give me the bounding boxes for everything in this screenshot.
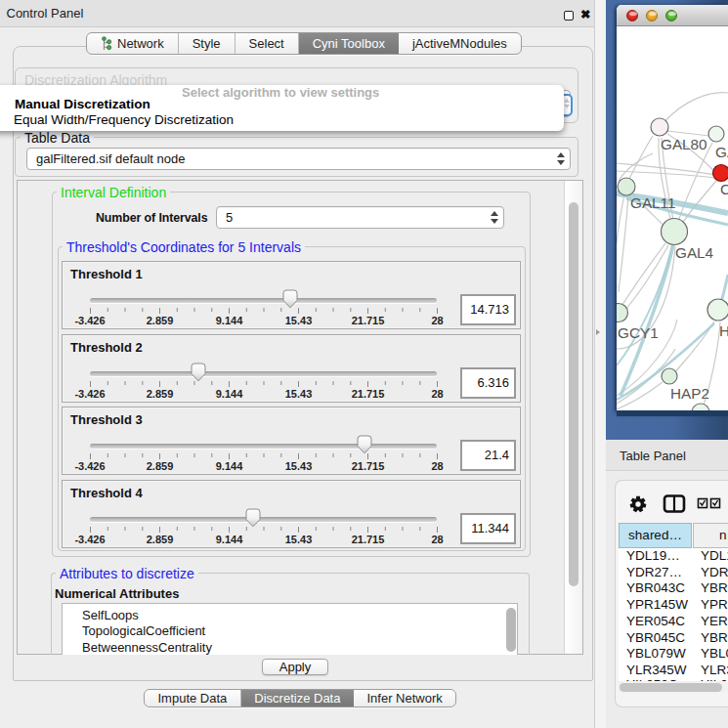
svg-text:HAP2: HAP2 xyxy=(670,385,709,402)
svg-text:GCY1: GCY1 xyxy=(618,324,659,341)
svg-text:GAL11: GAL11 xyxy=(630,194,676,211)
svg-text:H: H xyxy=(719,322,728,339)
svg-text:GAL4: GAL4 xyxy=(675,244,714,261)
svg-text:GAL80: GAL80 xyxy=(661,136,707,152)
svg-text:C: C xyxy=(720,181,728,197)
svg-text:GA: GA xyxy=(715,144,728,160)
